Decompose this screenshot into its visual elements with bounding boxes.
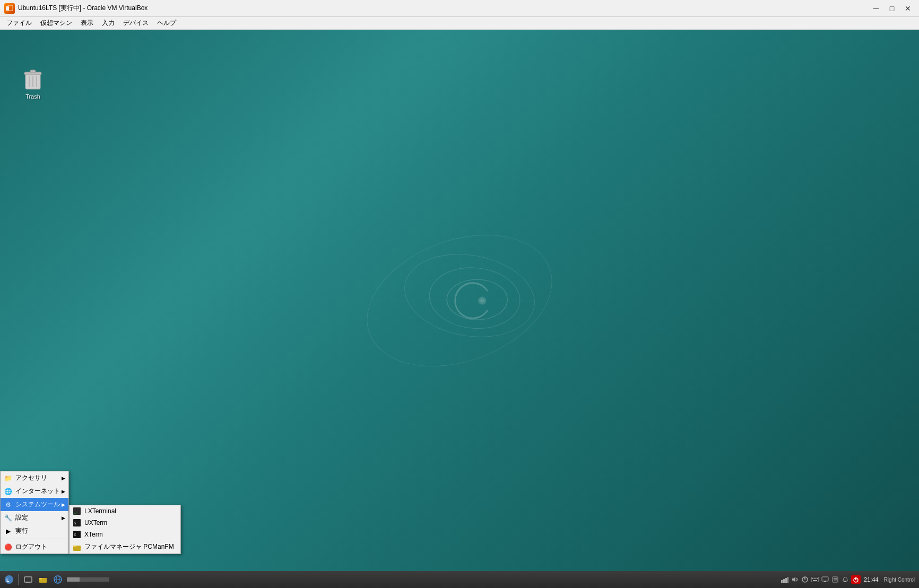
minimize-button[interactable]: ─	[869, 3, 883, 14]
trash-label: Trash	[25, 93, 40, 100]
keyboard-icon	[811, 577, 819, 582]
taskbar-separator	[18, 574, 19, 585]
submenu-pcmanfm[interactable]: ファイルマネージャ PCManFM	[70, 540, 180, 554]
systemtools-icon: ⚙	[4, 501, 12, 509]
ubuntu-desktop[interactable]: Trash 📁 アクセサリ 🌐 インターネット ⚙ システムツール 🔧	[0, 30, 919, 571]
notification-icon	[842, 576, 848, 583]
debian-swirl-logo	[359, 200, 560, 401]
menu-view[interactable]: 表示	[76, 17, 98, 29]
right-control-label: Right Control	[884, 577, 915, 583]
svg-rect-36	[787, 577, 788, 583]
close-button[interactable]: ✕	[901, 3, 915, 14]
svg-marker-37	[792, 577, 795, 582]
taskbar-progress-fill	[67, 577, 80, 582]
svg-rect-33	[781, 580, 783, 583]
volume-icon	[791, 576, 799, 583]
browser-icon	[54, 575, 62, 584]
svg-rect-50	[834, 581, 837, 581]
logout-icon: 🔴	[4, 543, 12, 551]
svg-rect-45	[822, 577, 828, 581]
vbox-window-title: Ubuntu16LTS [実行中] - Oracle VM VirtualBox	[18, 4, 869, 13]
svg-rect-34	[783, 579, 785, 583]
menu-help[interactable]: ヘルプ	[153, 17, 180, 29]
application-menu: 📁 アクセサリ 🌐 インターネット ⚙ システムツール 🔧 設定 ▶	[0, 471, 69, 554]
network-tray-icon[interactable]	[781, 575, 789, 584]
menu-systemtools[interactable]: ⚙ システムツール	[1, 498, 68, 511]
menu-separator	[1, 539, 68, 539]
submenu-xterm[interactable]: X XTerm	[70, 529, 180, 540]
run-icon: ▶	[4, 527, 12, 536]
menu-file[interactable]: ファイル	[2, 17, 36, 29]
uxterm-icon: $	[73, 519, 81, 527]
menu-run[interactable]: ▶ 実行	[1, 524, 68, 538]
taskbar-right: 21:44 Right Control	[781, 575, 917, 584]
trash-desktop-icon[interactable]: Trash	[15, 66, 51, 102]
pcmanfm-icon	[73, 543, 81, 551]
svg-text:$: $	[74, 521, 76, 525]
show-desktop-button[interactable]	[21, 573, 35, 586]
svg-rect-35	[785, 578, 787, 583]
start-menu-button[interactable]: L	[2, 573, 16, 586]
vbox-titlebar: Ubuntu16LTS [実行中] - Oracle VM VirtualBox…	[0, 0, 919, 17]
power-tray-icon[interactable]	[801, 575, 809, 584]
folder-icon	[39, 576, 47, 583]
svg-rect-46	[824, 581, 826, 582]
system-tray	[781, 575, 861, 584]
filemanager-taskbar-button[interactable]	[36, 573, 50, 586]
ubuntu-taskbar: L	[0, 571, 919, 588]
menu-devices[interactable]: デバイス	[119, 17, 153, 29]
browser-taskbar-button[interactable]	[51, 573, 65, 586]
taskbar-left: L	[2, 573, 65, 586]
power-off-icon	[853, 576, 859, 583]
svg-rect-23	[73, 546, 76, 547]
systemtools-submenu: _ LXTerminal $ UXTerm	[69, 505, 181, 554]
keyboard-tray-icon[interactable]	[811, 575, 819, 584]
svg-rect-51	[844, 581, 846, 582]
lxde-icon: L	[4, 575, 14, 584]
svg-rect-40	[811, 577, 819, 582]
svg-rect-0	[6, 6, 9, 11]
internet-icon: 🌐	[4, 487, 12, 496]
svg-rect-48	[834, 578, 837, 579]
menu-settings[interactable]: 🔧 設定	[1, 511, 68, 524]
show-desktop-icon	[24, 576, 32, 583]
svg-rect-41	[812, 578, 813, 579]
maximize-button[interactable]: □	[885, 3, 899, 14]
taskbar-progress-area	[67, 577, 109, 582]
menu-input[interactable]: 入力	[98, 17, 119, 29]
system-clock[interactable]: 21:44	[864, 576, 879, 583]
trash-icon-image	[23, 68, 42, 91]
monitor-tray-icon[interactable]	[821, 575, 829, 584]
svg-rect-12	[30, 70, 36, 73]
svg-text:L: L	[6, 577, 10, 583]
power-off-tray-icon[interactable]	[851, 575, 861, 584]
storage-icon	[832, 576, 838, 583]
svg-rect-49	[834, 580, 837, 580]
submenu-lxterminal[interactable]: _ LXTerminal	[70, 505, 180, 517]
power-icon	[802, 576, 808, 583]
taskbar-center	[65, 577, 781, 582]
accessories-icon: 📁	[4, 474, 12, 482]
svg-rect-26	[24, 577, 32, 582]
vbox-menubar: ファイル 仮想マシン 表示 入力 デバイス ヘルプ	[0, 17, 919, 30]
xterm-icon: X	[73, 530, 81, 539]
monitor-icon	[821, 576, 829, 583]
storage-tray-icon[interactable]	[831, 575, 839, 584]
vm-area: Trash 📁 アクセサリ 🌐 インターネット ⚙ システムツール 🔧	[0, 30, 919, 588]
menu-accessories[interactable]: 📁 アクセサリ	[1, 471, 68, 485]
menu-logout[interactable]: 🔴 ログアウト	[1, 540, 68, 554]
network-icon	[781, 576, 788, 583]
svg-rect-43	[817, 578, 818, 579]
svg-point-4	[427, 264, 522, 332]
notification-tray-icon[interactable]	[841, 575, 849, 584]
svg-rect-27	[26, 582, 30, 583]
menu-vm[interactable]: 仮想マシン	[36, 17, 76, 29]
volume-tray-icon[interactable]	[791, 575, 799, 584]
menu-internet[interactable]: 🌐 インターネット	[1, 485, 68, 498]
vbox-window-controls: ─ □ ✕	[869, 3, 915, 14]
svg-point-5	[447, 279, 507, 320]
svg-rect-29	[39, 578, 42, 580]
svg-rect-44	[813, 580, 817, 581]
lxterminal-icon: _	[73, 507, 81, 515]
submenu-uxterm[interactable]: $ UXTerm	[70, 517, 180, 529]
